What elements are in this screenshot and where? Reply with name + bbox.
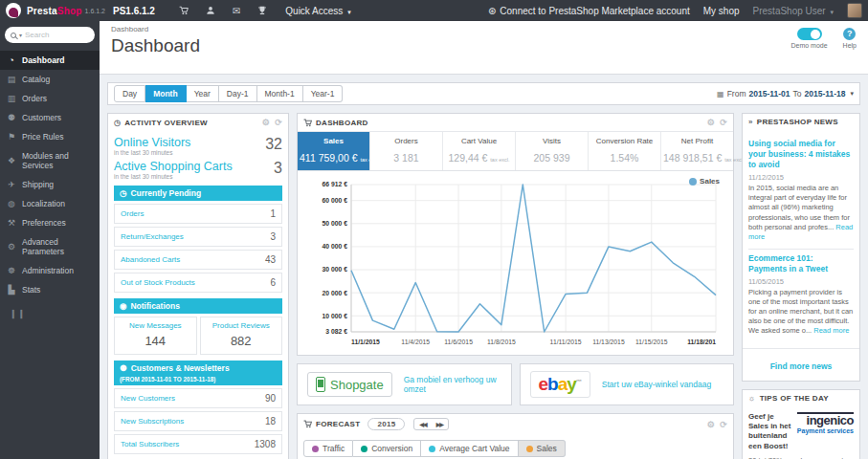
- customer-icon[interactable]: [206, 6, 215, 15]
- svg-text:20 000 €: 20 000 €: [323, 290, 348, 296]
- svg-text:11/15/2015: 11/15/2015: [635, 339, 668, 345]
- active-carts-value: 3: [274, 160, 282, 177]
- filter-day-button[interactable]: Day: [114, 85, 145, 102]
- search-input[interactable]: [25, 31, 80, 39]
- trophy-icon[interactable]: [257, 6, 267, 15]
- tips-of-the-day-panel: ☼ TIPS OF THE DAY ingenico Payment servi…: [742, 389, 860, 459]
- sidebar-item-orders[interactable]: ▥Orders: [0, 89, 100, 108]
- sidebar-item-price-rules[interactable]: ⚑Price Rules: [0, 127, 100, 146]
- new-customers-link[interactable]: New Customers: [121, 394, 175, 403]
- chevron-down-icon: ▾: [347, 9, 351, 15]
- news-article-title[interactable]: Ecommerce 101: Payments in a Tweet: [748, 253, 854, 274]
- refresh-icon[interactable]: ⟳: [720, 118, 727, 127]
- kpi-cart-value[interactable]: Cart Value129,44 € tax excl.: [442, 132, 515, 170]
- sidebar-item-advanced-parameters[interactable]: ⚙Advanced Parameters: [0, 232, 100, 261]
- sidebar: ▾ ◔Dashboard ▤Catalog ▥Orders ⚉Customers…: [0, 21, 100, 459]
- out-of-stock-row: Out of Stock Products6: [114, 273, 282, 293]
- svg-text:11/11/2015: 11/11/2015: [550, 339, 582, 345]
- user-menu[interactable]: PrestaShop User ▾: [753, 6, 834, 16]
- ingenico-logo: ingenico Payment services: [797, 412, 854, 435]
- users-icon: ⚉: [7, 113, 16, 122]
- gauge-icon: ◔: [7, 55, 16, 65]
- online-visitors-link[interactable]: Online Visitors: [114, 136, 282, 149]
- book-icon: ▤: [7, 75, 16, 84]
- kpi-orders[interactable]: Orders3 181: [369, 132, 442, 170]
- active-carts-link[interactable]: Active Shopping Carts: [114, 160, 282, 173]
- out-of-stock-link[interactable]: Out of Stock Products: [121, 278, 195, 287]
- kpi-visits[interactable]: Visits205 939: [515, 132, 588, 170]
- settings-icon[interactable]: ⚙: [707, 420, 715, 429]
- next-year-button[interactable]: ▶▶: [432, 419, 448, 429]
- my-shop-link[interactable]: My shop: [703, 6, 740, 16]
- rss-icon: »: [748, 118, 753, 126]
- refresh-icon[interactable]: ⟳: [720, 420, 727, 429]
- orders-link[interactable]: Orders: [121, 209, 144, 218]
- abandoned-carts-link[interactable]: Abandoned Carts: [121, 255, 180, 264]
- prestashop-logo: [6, 3, 21, 18]
- legend-sales-button[interactable]: Sales: [519, 440, 566, 457]
- shopgate-link[interactable]: Ga mobiel en verhoog uw omzet: [404, 375, 501, 394]
- sidebar-item-dashboard[interactable]: ◔Dashboard: [0, 51, 100, 70]
- total-subscribers-link[interactable]: Total Subscribers: [121, 440, 179, 448]
- new-messages-link[interactable]: New Messages: [117, 321, 194, 330]
- find-more-news-link[interactable]: Find more news: [770, 361, 833, 371]
- shopgate-logo: Shopgate: [307, 372, 392, 397]
- filter-month-button[interactable]: Month: [145, 85, 187, 102]
- user-avatar[interactable]: [847, 3, 862, 18]
- legend-average-cart-value-button[interactable]: Average Cart Value: [421, 440, 518, 457]
- svg-text:10 000 €: 10 000 €: [323, 313, 348, 319]
- settings-icon[interactable]: ⚙: [262, 118, 270, 127]
- sidebar-item-modules[interactable]: ❖Modules and Services: [0, 146, 100, 175]
- kpi-sales[interactable]: Sales411 759,00 € tax excl.: [298, 132, 369, 170]
- sidebar-item-stats[interactable]: ▙Stats: [0, 280, 100, 299]
- chevron-down-icon: ▾: [830, 9, 834, 15]
- messages-icon[interactable]: ✉: [233, 6, 240, 16]
- page-header: Dashboard Dashboard Demo mode ? Help: [100, 21, 868, 75]
- marketplace-link[interactable]: ⊛Connect to PrestaShop Marketplace accou…: [488, 6, 690, 16]
- demo-mode-control[interactable]: Demo mode: [790, 28, 827, 49]
- sidebar-item-preferences[interactable]: ⚒Preferences: [0, 213, 100, 232]
- sidebar-item-shipping[interactable]: ✈Shipping: [0, 175, 100, 194]
- news-article: Using social media for your business: 4 …: [748, 135, 854, 249]
- legend-traffic-button[interactable]: Traffic: [303, 440, 353, 457]
- ebay-link[interactable]: Start uw eBay-winkel vandaag: [602, 380, 711, 389]
- product-reviews-link[interactable]: Product Reviews: [203, 321, 280, 330]
- help-control[interactable]: ? Help: [843, 28, 857, 49]
- kpi-net-profit[interactable]: Net Profit148 918,51 € tax excl.: [660, 132, 733, 170]
- settings-icon[interactable]: ⚙: [707, 118, 715, 127]
- sidebar-item-localization[interactable]: ◍Localization: [0, 194, 100, 213]
- chevron-down-icon: ▾: [19, 32, 22, 38]
- svg-text:11/6/2015: 11/6/2015: [444, 339, 473, 345]
- filter-year-button[interactable]: Year: [187, 85, 219, 102]
- legend-conversion-button[interactable]: Conversion: [353, 440, 421, 457]
- refresh-icon[interactable]: ⟳: [275, 118, 282, 127]
- prestashop-news-panel: » PRESTASHOP NEWS Using social media for…: [742, 113, 860, 382]
- filter-month-1-button[interactable]: Month-1: [257, 85, 303, 102]
- svg-text:11/4/2015: 11/4/2015: [401, 339, 430, 345]
- demo-mode-toggle[interactable]: [797, 28, 822, 40]
- chevron-down-icon: ▾: [850, 90, 854, 98]
- sales-chart: Sales 66 912 €60 000 €50 000 €40 000 €30…: [298, 171, 733, 355]
- svg-text:30 000 €: 30 000 €: [323, 266, 348, 273]
- chart-legend: Sales: [689, 177, 720, 186]
- news-article-title[interactable]: Using social media for your business: 4 …: [748, 139, 854, 170]
- cart-icon[interactable]: [179, 6, 189, 15]
- notifications-header: ◉ Notifications: [114, 298, 282, 314]
- help-icon[interactable]: ?: [843, 28, 856, 40]
- date-filter-bar: Day Month Year Day-1 Month-1 Year-1 ▦ Fr…: [107, 82, 860, 105]
- kpi-conversion-rate[interactable]: Conversion Rate1.54%: [588, 132, 660, 170]
- filter-year-1-button[interactable]: Year-1: [303, 85, 344, 102]
- sidebar-item-catalog[interactable]: ▤Catalog: [0, 70, 100, 89]
- sidebar-search[interactable]: ▾: [5, 27, 95, 43]
- returns-link[interactable]: Return/Exchanges: [121, 232, 184, 241]
- date-range-picker[interactable]: ▦ From 2015-11-01 To 2015-11-18 ▾: [717, 89, 854, 98]
- forecast-panel-title: FORECAST: [316, 420, 360, 428]
- read-more-link[interactable]: Read more: [813, 326, 849, 335]
- filter-day-1-button[interactable]: Day-1: [219, 85, 257, 102]
- quick-access-menu[interactable]: Quick Access ▾: [285, 6, 350, 16]
- sidebar-item-customers[interactable]: ⚉Customers: [0, 108, 100, 127]
- sidebar-item-administration[interactable]: ☸Administration: [0, 261, 100, 280]
- sidebar-collapse-toggle[interactable]: ❙❙: [10, 309, 100, 318]
- previous-year-button[interactable]: ◀◀: [414, 419, 431, 429]
- new-subscriptions-link[interactable]: New Subscriptions: [121, 417, 184, 426]
